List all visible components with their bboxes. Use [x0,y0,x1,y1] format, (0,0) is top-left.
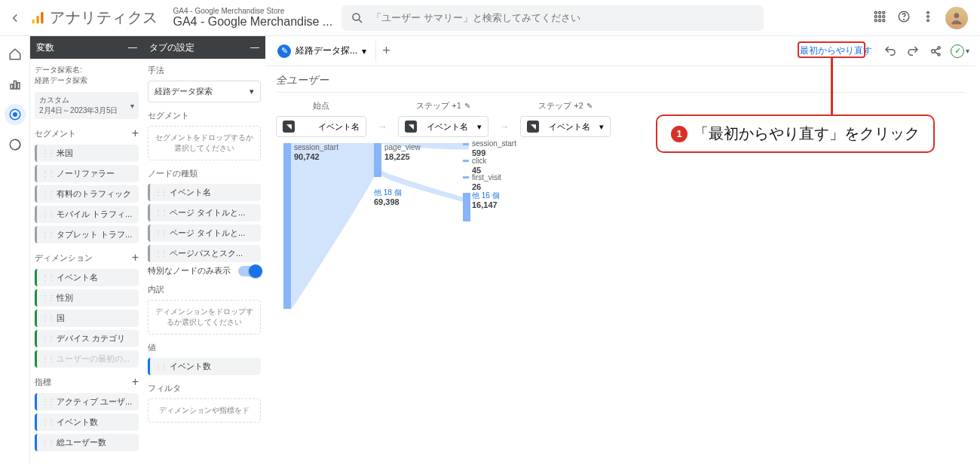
svg-point-16 [927,15,929,17]
edit-icon[interactable]: ✎ [464,102,470,110]
nav-explore[interactable] [5,104,26,125]
share-icon[interactable] [928,44,943,59]
tab-settings-header: タブの設定 — [143,36,265,59]
explore-tab[interactable]: ✎ 経路データ探... ▾ [271,41,372,61]
callout-connector [831,58,833,118]
node-bar-step1-0[interactable] [374,143,381,177]
nav-reports[interactable] [5,74,26,95]
header: アナリティクス GA4 - Google Merchandise Store G… [0,0,980,36]
check-icon: ✓ [951,44,964,58]
svg-point-12 [883,19,885,21]
node-bar-step2-2[interactable] [463,176,469,179]
node-type-chip[interactable]: ⋮⋮ページパスとスク... [148,245,261,262]
svg-rect-19 [11,84,13,89]
edit-icon[interactable]: ✎ [586,102,593,110]
segment-chip[interactable]: ⋮⋮米国 [35,145,139,162]
dimension-chip[interactable]: ⋮⋮ユーザーの最初の... [35,350,139,368]
property-selector[interactable]: GA4 - Google Merchandise Store GA4 - Goo… [173,7,333,29]
metric-chip[interactable]: ⋮⋮アクティブ ユーザ... [35,393,139,411]
segment-chip[interactable]: ⋮⋮タブレット トラフ... [35,226,139,243]
node-type-chip[interactable]: ⋮⋮ページ タイトルと... [148,204,261,221]
segment-chip[interactable]: ⋮⋮ノーリファラー [35,165,139,182]
svg-point-23 [13,113,17,117]
explore-name-block: データ探索名: 経路データ探索 [35,65,139,86]
svg-point-5 [879,11,881,14]
dimension-chip[interactable]: ⋮⋮イベント名 [35,269,139,286]
node-start[interactable]: session_start 90,742 [294,143,338,162]
apps-icon[interactable] [873,10,887,26]
metric-chip[interactable]: ⋮⋮総ユーザー数 [35,434,139,451]
collapse-icon[interactable]: — [250,42,259,53]
property-large: GA4 - Google Merchandise ... [173,15,333,29]
tag-icon: ◥ [283,121,295,133]
undo-icon[interactable] [883,44,898,59]
chevron-down-icon: ▾ [966,47,969,55]
filter-dropzone[interactable]: ディメンションや指標をド [148,398,261,423]
chevron-down-icon: ▾ [130,102,134,110]
node-type-chip[interactable]: ⋮⋮イベント名 [148,184,261,201]
back-button[interactable] [6,9,24,27]
breakdown-dropzone[interactable]: ディメンションをドロップするか選択してください [148,300,261,334]
node-step2-2[interactable]: first_visit 26 [472,173,501,192]
segment-chip[interactable]: ⋮⋮モバイル トラフィ... [35,206,139,223]
product-title: アナリティクス [50,8,158,28]
svg-point-14 [904,19,905,20]
unique-nodes-toggle[interactable] [238,266,261,276]
callout-number: 1 [671,126,688,142]
add-segment-button[interactable]: + [132,127,139,140]
arrow-icon: → [377,121,387,133]
canvas: ✎ 経路データ探... ▾ + 最初からやり直す ✓ ▾ 全ユーザー 始点 ◥ … [265,36,975,464]
variables-title: 変数 [36,41,54,54]
add-tab-button[interactable]: + [375,41,397,62]
svg-point-6 [883,11,885,14]
add-dimension-button[interactable]: + [132,251,139,264]
date-range-selector[interactable]: カスタム 2月4日～2023年3月5日 ▾ [35,92,139,119]
node-type-label: ノードの種類 [148,168,261,179]
svg-point-17 [927,19,929,21]
redo-icon[interactable] [905,44,920,59]
segments-heading: セグメント + [35,127,139,140]
dimension-chip[interactable]: ⋮⋮国 [35,310,139,327]
technique-select[interactable]: 経路データ探索 ▾ [148,81,261,102]
segment-dropzone[interactable]: セグメントをドロップするか選択してください [148,126,261,160]
avatar[interactable] [945,7,968,29]
tab-label: 経路データ探... [296,44,357,57]
status-dropdown[interactable]: ✓ ▾ [951,44,969,58]
date-preset: カスタム [39,95,118,105]
collapse-icon[interactable]: — [128,42,137,53]
nav-home[interactable] [5,44,26,65]
help-icon[interactable] [897,10,911,26]
more-icon[interactable] [921,10,935,26]
step-start-select[interactable]: ◥ イベント名 [276,116,366,137]
search-input[interactable] [372,12,755,23]
svg-point-11 [879,19,881,21]
node-type-chip[interactable]: ⋮⋮ページ タイトルと... [148,224,261,242]
nav-rail [0,36,30,464]
node-step2-0[interactable]: session_start 599 [472,139,516,158]
chevron-down-icon[interactable]: ▾ [362,46,366,56]
svg-point-3 [353,14,360,20]
tab-settings-title: タブの設定 [149,41,194,54]
value-chip[interactable]: ⋮⋮イベント数 [148,358,261,375]
node-step2-more[interactable]: 他 16 個 16,147 [472,191,500,210]
dimension-chip[interactable]: ⋮⋮デバイス カテゴリ [35,330,139,347]
step1-select[interactable]: ◥ イベント名 ▾ [398,116,488,137]
metric-chip[interactable]: ⋮⋮イベント数 [35,414,139,431]
property-small: GA4 - Google Merchandise Store [173,7,333,15]
svg-point-10 [874,19,877,21]
analytics-icon [30,11,45,26]
node-bar-step2-1[interactable] [463,160,469,162]
node-step1-0[interactable]: page_view 18,225 [384,143,421,162]
step-start-label: 始点 [276,100,366,111]
dimension-chip[interactable]: ⋮⋮性別 [35,289,139,307]
node-step1-more[interactable]: 他 18 個 69,398 [374,188,402,207]
segment-chip[interactable]: ⋮⋮有料のトラフィック [35,185,139,203]
nav-advertising[interactable] [5,134,26,155]
node-bar-step2-more[interactable] [463,193,470,221]
node-bar-start[interactable] [283,143,291,309]
step2-select[interactable]: ◥ イベント名 ▾ [520,116,611,137]
node-bar-step2-0[interactable] [463,143,469,145]
search-bar[interactable] [341,5,764,31]
add-metric-button[interactable]: + [132,375,139,389]
values-label: 値 [148,342,261,353]
